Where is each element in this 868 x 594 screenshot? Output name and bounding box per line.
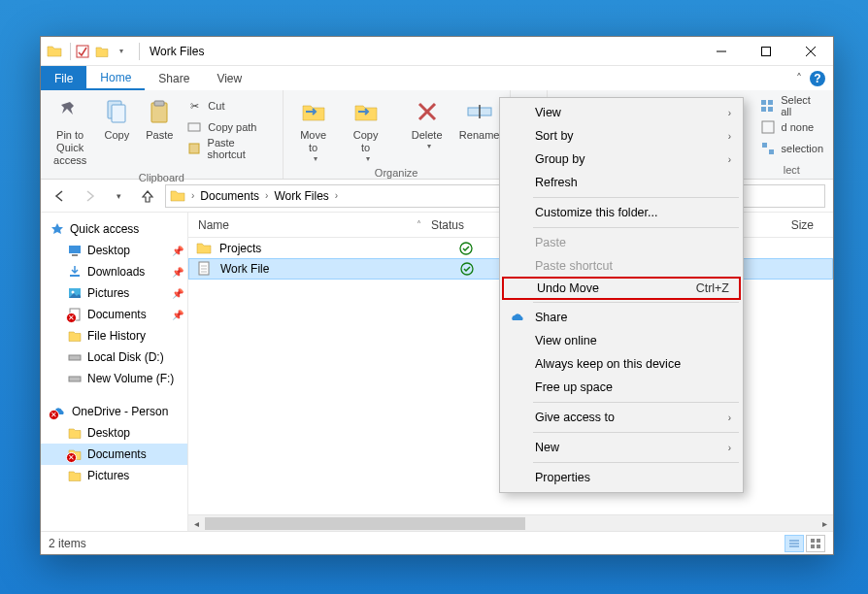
navigation-pane: Quick access Desktop📌 Downloads📌 Picture…	[41, 213, 188, 531]
nav-quick-access[interactable]: Quick access	[41, 218, 187, 240]
maximize-button[interactable]	[744, 37, 788, 65]
ctx-always-keep[interactable]: Always keep on this device	[502, 352, 741, 376]
separator	[533, 462, 739, 463]
ctx-properties[interactable]: Properties	[502, 466, 741, 489]
nav-od-documents[interactable]: ✕ Documents	[41, 444, 187, 465]
drive-icon	[68, 350, 82, 364]
scrollbar-thumb[interactable]	[205, 517, 525, 530]
copy-icon	[101, 96, 132, 127]
svg-rect-32	[69, 355, 81, 360]
view-toggle	[785, 535, 825, 552]
move-to-icon	[298, 96, 329, 127]
nav-desktop[interactable]: Desktop📌	[41, 240, 187, 261]
window-title: Work Files	[150, 45, 204, 58]
context-menu: View› Sort by› Group by› Refresh Customi…	[499, 97, 744, 493]
svg-rect-27	[72, 254, 78, 256]
minimize-button[interactable]	[699, 37, 744, 65]
rename-button[interactable]: Rename	[455, 94, 504, 144]
copy-to-button[interactable]: Copy to▾	[342, 94, 390, 165]
qat-dropdown-icon[interactable]: ▾	[114, 44, 129, 59]
recent-locations-button[interactable]: ▾	[107, 184, 130, 208]
select-none-button[interactable]: d none	[756, 117, 827, 137]
svg-rect-21	[761, 107, 766, 112]
move-to-button[interactable]: Move to▾	[289, 94, 338, 165]
pin-to-quick-access-button[interactable]: Pin to Quick access	[47, 94, 93, 170]
star-icon	[50, 222, 64, 236]
chevron-right-icon: ›	[728, 154, 731, 165]
ctx-new[interactable]: New›	[502, 436, 741, 459]
chevron-right-icon[interactable]: ›	[189, 190, 196, 201]
ctx-refresh[interactable]: Refresh	[502, 171, 741, 194]
svg-rect-25	[769, 149, 774, 154]
col-header-name[interactable]: Name˄	[188, 218, 431, 232]
nav-downloads[interactable]: Downloads📌	[41, 261, 187, 282]
thumbnails-view-button[interactable]	[806, 535, 825, 552]
qat-new-folder-icon[interactable]	[94, 44, 110, 59]
nav-new-volume[interactable]: New Volume (F:)	[41, 368, 187, 389]
error-overlay-icon: ✕	[66, 313, 77, 323]
col-header-status[interactable]: Status	[431, 218, 489, 232]
error-overlay-icon: ✕	[49, 410, 59, 420]
separator	[533, 432, 739, 433]
ctx-give-access[interactable]: Give access to›	[502, 406, 741, 429]
chevron-right-icon[interactable]: ›	[333, 190, 340, 201]
details-view-button[interactable]	[785, 535, 804, 552]
nav-file-history[interactable]: File History	[41, 325, 187, 346]
tab-view[interactable]: View	[203, 66, 255, 90]
svg-rect-24	[762, 143, 767, 148]
address-folder-icon	[170, 188, 185, 204]
nav-pictures[interactable]: Pictures📌	[41, 282, 187, 304]
status-text: 2 items	[49, 537, 86, 550]
svg-rect-8	[154, 101, 164, 106]
ctx-customize[interactable]: Customize this folder...	[502, 201, 741, 224]
breadcrumb-work-files[interactable]: Work Files	[270, 185, 332, 207]
cut-button[interactable]: ✂Cut	[183, 96, 276, 116]
up-button[interactable]	[136, 184, 159, 208]
pin-icon: 📌	[172, 310, 184, 320]
invert-selection-button[interactable]: selection	[756, 139, 827, 158]
ctx-free-up[interactable]: Free up space	[502, 376, 741, 399]
help-icon[interactable]: ?	[810, 71, 825, 86]
forward-button[interactable]	[78, 184, 101, 208]
folder-icon	[68, 329, 82, 343]
chevron-right-icon[interactable]: ›	[263, 190, 270, 201]
qat-properties-icon[interactable]	[75, 44, 90, 59]
ctx-share[interactable]: Share	[502, 306, 741, 329]
ctx-view-online[interactable]: View online	[502, 329, 741, 352]
close-button[interactable]	[788, 37, 833, 65]
copy-button[interactable]: Copy	[97, 94, 136, 144]
delete-icon	[412, 96, 443, 127]
back-button[interactable]	[49, 184, 72, 208]
select-all-button[interactable]: Select all	[756, 96, 827, 116]
copy-to-icon	[351, 96, 382, 127]
paste-shortcut-icon	[186, 141, 201, 156]
paste-button[interactable]: Paste	[140, 94, 179, 144]
scroll-left-icon[interactable]: ◂	[188, 515, 205, 532]
ctx-view[interactable]: View›	[502, 101, 741, 124]
horizontal-scrollbar[interactable]: ◂ ▸	[188, 514, 833, 531]
chevron-right-icon: ›	[728, 412, 731, 423]
tab-share[interactable]: Share	[145, 66, 203, 90]
nav-local-disk[interactable]: Local Disk (D:)	[41, 346, 187, 368]
nav-od-desktop[interactable]: Desktop	[41, 422, 187, 444]
delete-button[interactable]: Delete▾	[403, 94, 451, 152]
nav-od-pictures[interactable]: Pictures	[41, 465, 187, 486]
svg-rect-2	[762, 47, 771, 55]
breadcrumb-documents[interactable]: Documents	[196, 185, 263, 207]
pin-icon: 📌	[172, 267, 184, 278]
paste-shortcut-button[interactable]: Paste shortcut	[183, 139, 276, 158]
tab-file[interactable]: File	[41, 66, 86, 90]
scroll-right-icon[interactable]: ▸	[817, 515, 833, 532]
nav-onedrive[interactable]: ✕ OneDrive - Person	[41, 401, 187, 422]
pictures-icon	[68, 286, 82, 300]
ctx-group-by[interactable]: Group by›	[502, 148, 741, 171]
nav-documents[interactable]: ✕ Documents📌	[41, 304, 187, 325]
copy-path-button[interactable]: Copy path	[183, 117, 276, 137]
ctx-sort-by[interactable]: Sort by›	[502, 124, 741, 148]
ctx-undo-move[interactable]: Undo MoveCtrl+Z	[502, 277, 741, 300]
ribbon-collapse-icon[interactable]: ˄	[796, 72, 802, 85]
select-none-icon	[760, 119, 776, 135]
svg-rect-9	[188, 123, 200, 131]
tab-home[interactable]: Home	[86, 66, 145, 90]
separator	[533, 227, 739, 228]
